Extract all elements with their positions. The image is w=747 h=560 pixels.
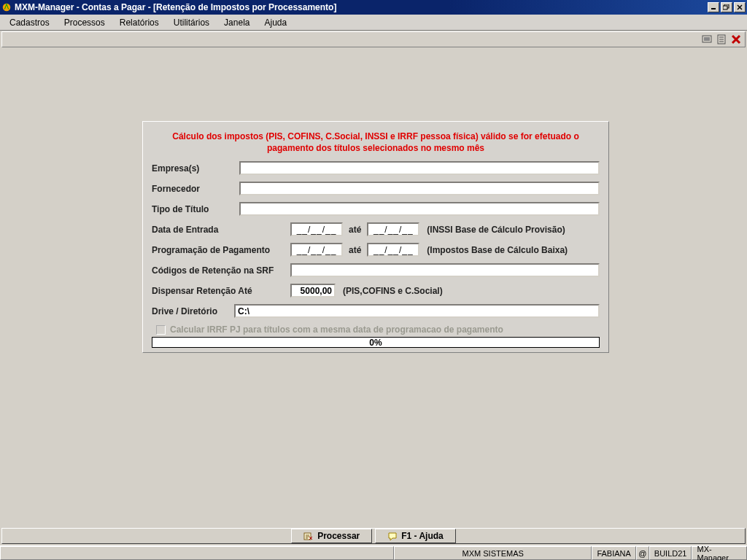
menu-relatorios[interactable]: Relatórios <box>112 15 166 30</box>
hint-disp-ret: (PIS,COFINS e C.Social) <box>343 286 443 296</box>
label-cod-ret: Códigos de Retenção na SRF <box>152 265 290 276</box>
calc-irrf-label: Calcular IRRF PJ para títulos com a mesm… <box>170 324 503 335</box>
menu-ajuda[interactable]: Ajuda <box>257 15 294 30</box>
status-sistema: MXM SISTEMAS <box>394 546 592 560</box>
button-bar: Processar F1 - Ajuda <box>1 528 746 544</box>
svg-rect-7 <box>704 37 710 41</box>
prog-pag-de-input[interactable] <box>290 243 343 257</box>
disp-ret-input[interactable] <box>290 284 336 298</box>
menu-cadastros[interactable]: Cadastros <box>2 15 57 30</box>
label-prog-pag: Programação de Pagamento <box>152 245 290 255</box>
ate-label-1: até <box>349 225 361 235</box>
status-build: BUILD21 <box>649 546 692 560</box>
menu-utilitarios[interactable]: Utilitários <box>166 15 217 30</box>
label-empresa: Empresa(s) <box>152 163 239 174</box>
calc-irrf-checkbox[interactable] <box>156 325 166 335</box>
warning-line2: pagamento dos títulos selecionados no me… <box>267 143 484 153</box>
hint-prog-pag: (Impostos Base de Cálculo Baixa) <box>427 245 568 255</box>
prog-pag-ate-input[interactable] <box>367 243 419 257</box>
menubar: Cadastros Processos Relatórios Utilitári… <box>0 15 747 31</box>
close-button[interactable] <box>734 2 746 12</box>
gear-icon <box>303 532 314 541</box>
window-title: MXM-Manager - Contas a Pagar - [Retenção… <box>15 2 708 12</box>
warning-line1: Cálculo dos impostos (PIS, COFINS, C.Soc… <box>172 131 578 141</box>
label-data-entrada: Data de Entrada <box>152 225 290 235</box>
restore-button[interactable] <box>721 2 732 12</box>
status-user: FABIANA <box>592 546 635 560</box>
ate-label-2: até <box>349 245 361 255</box>
processar-button[interactable]: Processar <box>291 529 372 543</box>
ajuda-button[interactable]: F1 - Ajuda <box>375 529 456 543</box>
status-app: MX-Manager <box>692 546 747 560</box>
progress-bar: 0% <box>152 337 600 348</box>
window-titlebar: MXM-Manager - Contas a Pagar - [Retenção… <box>0 0 747 15</box>
processar-label: Processar <box>317 531 360 541</box>
toolbar <box>1 31 746 47</box>
ajuda-label: F1 - Ajuda <box>401 531 444 541</box>
minimize-button[interactable] <box>708 2 719 12</box>
app-icon <box>1 2 12 12</box>
label-tipo: Tipo de Título <box>152 204 239 214</box>
close-icon[interactable] <box>730 34 742 45</box>
form-panel: Cálculo dos impostos (PIS, COFINS, C.Soc… <box>142 121 609 353</box>
tool-icon-2[interactable] <box>716 34 727 45</box>
menu-janela[interactable]: Janela <box>217 15 257 30</box>
label-drive: Drive / Diretório <box>152 306 234 316</box>
drive-input[interactable] <box>234 304 600 318</box>
warning-text: Cálculo dos impostos (PIS, COFINS, C.Soc… <box>152 131 600 154</box>
fornecedor-input[interactable] <box>239 182 600 195</box>
data-entrada-de-input[interactable] <box>290 222 343 236</box>
workspace: Cálculo dos impostos (PIS, COFINS, C.Soc… <box>0 48 747 528</box>
hint-data-entrada: (INSSI Base de Cálculo Provisão) <box>427 225 565 235</box>
status-empty <box>0 546 394 560</box>
label-disp-ret: Dispensar Retenção Até <box>152 286 290 296</box>
tipo-input[interactable] <box>239 202 600 216</box>
menu-processos[interactable]: Processos <box>57 15 112 30</box>
data-entrada-ate-input[interactable] <box>367 222 419 236</box>
cod-ret-input[interactable] <box>290 263 600 277</box>
help-icon <box>387 532 398 541</box>
svg-rect-3 <box>723 6 727 9</box>
progress-value: 0% <box>369 338 382 348</box>
empresa-input[interactable] <box>239 161 600 175</box>
status-at: @ <box>636 546 649 560</box>
tool-icon-1[interactable] <box>701 34 713 45</box>
label-fornecedor: Fornecedor <box>152 184 239 194</box>
statusbar: MXM SISTEMAS FABIANA @ BUILD21 MX-Manage… <box>0 545 747 560</box>
